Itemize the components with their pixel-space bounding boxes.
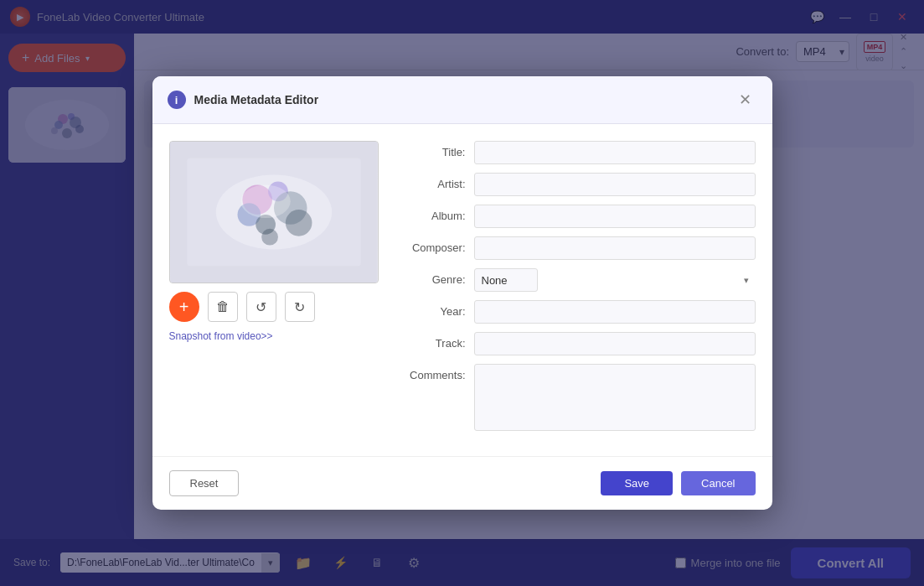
- modal-header: i Media Metadata Editor ✕: [152, 76, 772, 124]
- track-label: Track:: [399, 332, 474, 350]
- modal-body: + 🗑 ↺ ↻ Snapshot from video>> Title: Art…: [152, 124, 772, 456]
- field-album-row: Album:: [399, 205, 756, 228]
- composer-input[interactable]: [474, 236, 756, 260]
- comments-textarea[interactable]: [474, 364, 756, 431]
- genre-label: Genre:: [399, 268, 474, 286]
- genre-select-wrap: None Pop Rock Jazz Classical Hip-Hop Ele…: [474, 268, 756, 292]
- field-composer-row: Composer:: [399, 236, 756, 260]
- album-input[interactable]: [474, 205, 756, 228]
- modal-overlay: i Media Metadata Editor ✕: [0, 0, 924, 586]
- preview-delete-btn[interactable]: 🗑: [208, 292, 238, 322]
- artist-input[interactable]: [474, 173, 756, 196]
- preview-undo-btn[interactable]: ↺: [246, 292, 276, 322]
- modal-header-icon: i: [168, 91, 186, 109]
- field-year-row: Year:: [399, 300, 756, 324]
- svg-point-26: [240, 184, 290, 218]
- field-genre-row: Genre: None Pop Rock Jazz Classical Hip-…: [399, 268, 756, 292]
- year-label: Year:: [399, 300, 474, 318]
- field-artist-row: Artist:: [399, 173, 756, 196]
- field-title-row: Title:: [399, 141, 756, 164]
- field-comments-row: Comments:: [399, 364, 756, 431]
- comments-label: Comments:: [399, 364, 474, 381]
- title-label: Title:: [399, 141, 474, 158]
- artist-label: Artist:: [399, 173, 474, 190]
- modal-footer: Reset Save Cancel: [152, 456, 772, 510]
- year-input[interactable]: [474, 300, 756, 324]
- title-input[interactable]: [474, 141, 756, 164]
- track-input[interactable]: [474, 332, 756, 355]
- field-track-row: Track:: [399, 332, 756, 355]
- reset-button[interactable]: Reset: [169, 470, 240, 496]
- modal-title: Media Metadata Editor: [194, 93, 725, 106]
- modal-preview-panel: + 🗑 ↺ ↻ Snapshot from video>>: [169, 141, 379, 439]
- album-label: Album:: [399, 205, 474, 222]
- media-preview: [169, 141, 379, 283]
- preview-art: [170, 142, 378, 283]
- preview-controls: + 🗑 ↺ ↻: [169, 292, 379, 322]
- save-button[interactable]: Save: [601, 471, 673, 495]
- snapshot-link[interactable]: Snapshot from video>>: [169, 330, 379, 342]
- modal-footer-right: Save Cancel: [601, 471, 755, 495]
- media-metadata-modal: i Media Metadata Editor ✕: [152, 76, 772, 510]
- svg-point-25: [261, 229, 278, 246]
- genre-select[interactable]: None Pop Rock Jazz Classical Hip-Hop Ele…: [474, 268, 538, 292]
- modal-close-button[interactable]: ✕: [734, 88, 757, 111]
- preview-redo-btn[interactable]: ↻: [285, 292, 315, 322]
- composer-label: Composer:: [399, 236, 474, 254]
- modal-form: Title: Artist: Album: Composer:: [399, 141, 756, 439]
- cancel-button[interactable]: Cancel: [681, 471, 755, 495]
- svg-point-24: [285, 210, 312, 236]
- preview-add-btn[interactable]: +: [169, 292, 199, 322]
